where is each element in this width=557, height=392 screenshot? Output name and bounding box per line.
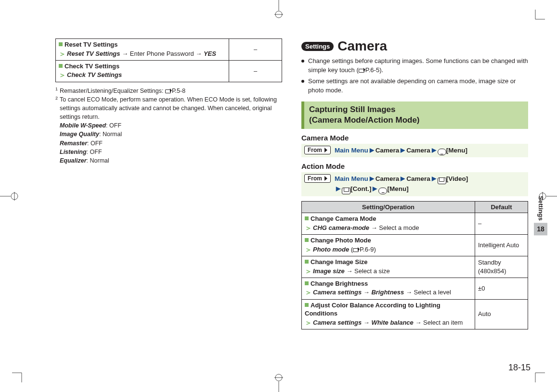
crop-mark-bottom (270, 373, 288, 392)
bullet-item: Change settings before capturing images.… (301, 57, 528, 75)
crop-mark-left (0, 187, 19, 205)
footnote-setting-line: Listening: OFF (60, 148, 282, 156)
table-row: Change Image Size＞Image size → Select a … (302, 256, 528, 278)
camera-heading: Camera (337, 38, 387, 54)
setting-cell: Adjust Color Balance According to Lighti… (302, 299, 475, 329)
from-badge: From (304, 174, 331, 183)
page-ref-icon (165, 89, 172, 93)
crop-corner-bl (12, 368, 26, 382)
camera-mode-heading: Camera Mode (301, 134, 528, 142)
default-cell: – (229, 39, 282, 61)
setting-cell: Change Camera Mode＞CHG camera-mode → Sel… (302, 213, 475, 235)
table-row: Change Brightness＞Camera settings → Brig… (302, 278, 528, 299)
footnotes: 1Remaster/Listening/Equalizer Settings: … (55, 86, 282, 165)
default-cell: – (475, 213, 528, 235)
from-label: From (308, 175, 322, 182)
menu-key-icon: ⎯ (438, 149, 446, 155)
tv-settings-table: Reset TV Settings＞Reset TV Settings → En… (55, 38, 282, 82)
bullet-item: Some settings are not available dependin… (301, 77, 528, 95)
setting-cell: Check TV Settings＞Check TV Settings (56, 60, 229, 82)
footnote-marker-2: 2 (55, 95, 58, 165)
footnote-setting-line: Equalizer: Normal (60, 156, 282, 165)
edge-label: Settings (537, 196, 544, 221)
table-row: Check TV Settings＞Check TV Settings– (56, 60, 282, 82)
footnote-marker-1: 1 (55, 87, 58, 91)
nav-path-action-mode: Main Menu▶Camera▶Camera▶[Video] ▶[Cont.]… (335, 174, 468, 194)
page-edge-tab: Settings 18 (534, 196, 547, 235)
camera-settings-table: Setting/Operation Default Change Camera … (301, 201, 528, 329)
col-setting-operation: Setting/Operation (302, 201, 475, 213)
nav-path-camera-mode: Main Menu▶Camera▶Camera▶⎯[Menu] (335, 146, 467, 156)
crop-corner-tr (531, 10, 545, 24)
footnote-setting-line: Mobile W-Speed: OFF (60, 121, 282, 130)
setting-cell: Reset TV Settings＞Reset TV Settings → En… (56, 39, 229, 61)
from-row-action-mode: From Main Menu▶Camera▶Camera▶[Video] ▶[C… (301, 172, 528, 196)
right-column: Settings Camera Change settings before c… (301, 38, 528, 378)
setting-cell: Change Brightness＞Camera settings → Brig… (302, 278, 475, 299)
left-column: Reset TV Settings＞Reset TV Settings → En… (55, 38, 282, 378)
default-cell: Intelligent Auto (475, 235, 528, 256)
table-row: Reset TV Settings＞Reset TV Settings → En… (56, 39, 282, 61)
default-cell: Auto (475, 299, 528, 329)
footnote-2-text: To cancel ECO Mode, perform same operati… (60, 96, 277, 120)
default-cell: – (229, 60, 282, 82)
table-row: Change Photo Mode＞Photo mode (P.6-9)Inte… (302, 235, 528, 256)
from-badge: From (304, 146, 331, 154)
setting-cell: Change Photo Mode＞Photo mode (P.6-9) (302, 235, 475, 256)
settings-pill: Settings (301, 42, 334, 51)
section-heading: Capturing Still Images (Camera Mode/Acti… (301, 101, 528, 128)
intro-bullets: Change settings before capturing images.… (301, 57, 528, 95)
table-row: Change Camera Mode＞CHG camera-mode → Sel… (302, 213, 528, 235)
camera-key-icon (342, 188, 350, 194)
section-heading-text: Capturing Still Images (Camera Mode/Acti… (309, 105, 420, 125)
footnote-1-text: Remaster/Listening/Equalizer Settings: (60, 88, 165, 94)
from-label: From (308, 147, 322, 153)
footnote-setting-line: Image Quality: Normal (60, 130, 282, 139)
col-default: Default (475, 201, 528, 213)
crop-corner-br (531, 368, 545, 382)
default-cell: Standby (480x854) (475, 256, 528, 278)
footnote-setting-line: Remaster: OFF (60, 139, 282, 148)
camera-key-icon (438, 177, 446, 184)
setting-cell: Change Image Size＞Image size → Select a … (302, 256, 475, 278)
action-mode-heading: Action Mode (301, 162, 528, 170)
default-cell: ±0 (475, 278, 528, 299)
page-number: 18-15 (508, 363, 531, 373)
table-row: Adjust Color Balance According to Lighti… (302, 299, 528, 329)
menu-key-icon: ⎯ (378, 188, 387, 194)
crop-mark-top (270, 0, 288, 19)
page: Reset TV Settings＞Reset TV Settings → En… (0, 0, 557, 392)
footnote-1-ref: P.5-8 (172, 88, 185, 94)
from-row-camera-mode: From Main Menu▶Camera▶Camera▶⎯[Menu] (301, 144, 528, 158)
edge-chapter-number: 18 (534, 223, 547, 235)
